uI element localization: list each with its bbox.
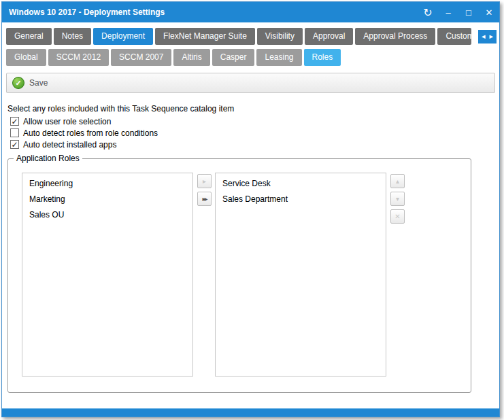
refresh-button[interactable]: ↻ <box>418 2 438 22</box>
toolbar: ✓ Save <box>6 73 495 93</box>
list-item[interactable]: Engineering <box>22 176 192 192</box>
tab-custom[interactable]: Custom <box>437 28 471 45</box>
checkbox-row: ✓Allow user role selection <box>10 116 499 127</box>
checkbox-label: Allow user role selection <box>23 117 111 126</box>
move-all-right-icon: ▸▸ <box>202 195 206 203</box>
close-icon: ✕ <box>486 7 493 18</box>
subtab-roles[interactable]: Roles <box>304 49 341 66</box>
available-roles-list[interactable]: EngineeringMarketingSales OU <box>22 173 193 377</box>
move-all-right-button[interactable]: ▸▸ <box>197 192 212 206</box>
application-roles-group: Application Roles EngineeringMarketingSa… <box>7 158 471 393</box>
tab-scroll-control[interactable]: ◂ ▸ <box>478 30 497 43</box>
move-up-button[interactable]: ▴ <box>390 174 405 188</box>
checkbox-row: ✓Auto detect installed apps <box>10 139 499 150</box>
save-check-icon: ✓ <box>12 77 24 89</box>
secondary-tabs: GlobalSCCM 2012SCCM 2007AltirisCasperLea… <box>6 49 497 66</box>
checkbox-auto-detect-installed-apps[interactable]: ✓ <box>10 140 19 149</box>
list-item[interactable]: Service Desk <box>216 176 386 192</box>
minimize-button[interactable]: – <box>438 2 458 22</box>
window-title: Windows 10 2017 - Deployment Settings <box>2 7 418 17</box>
tab-visibility[interactable]: Visibility <box>257 28 303 45</box>
list-item[interactable]: Sales Department <box>216 192 386 207</box>
window-controls: ↻ – □ ✕ <box>418 2 499 22</box>
checkbox-row: Auto detect roles from role conditions <box>10 127 499 139</box>
tab-approval[interactable]: Approval <box>305 28 353 45</box>
assigned-roles-list[interactable]: Service DeskSales Department <box>215 173 386 377</box>
tab-general[interactable]: General <box>6 28 52 45</box>
bottom-status-strip <box>2 408 499 417</box>
tab-flexnet-manager-suite[interactable]: FlexNet Manager Suite <box>155 28 255 45</box>
primary-tab-strip: GeneralNotesDeploymentFlexNet Manager Su… <box>6 28 497 45</box>
group-title: Application Roles <box>14 154 82 163</box>
move-down-button[interactable]: ▾ <box>390 192 405 206</box>
deployment-settings-window: Windows 10 2017 - Deployment Settings ↻ … <box>1 1 500 417</box>
subtab-global[interactable]: Global <box>6 49 46 66</box>
maximize-icon: □ <box>466 7 471 18</box>
instruction-text: Select any roles included with this Task… <box>7 104 499 113</box>
checkbox-label: Auto detect roles from role conditions <box>23 128 158 138</box>
checkbox-auto-detect-roles-from-role-conditions[interactable] <box>10 128 19 137</box>
subtab-altiris[interactable]: Altiris <box>173 49 209 66</box>
move-right-button[interactable]: ▸ <box>197 174 212 188</box>
subtab-sccm-2012[interactable]: SCCM 2012 <box>48 49 109 66</box>
titlebar: Windows 10 2017 - Deployment Settings ↻ … <box>2 2 499 22</box>
list-item[interactable]: Marketing <box>22 192 192 207</box>
refresh-icon: ↻ <box>423 6 432 19</box>
close-button[interactable]: ✕ <box>479 2 499 22</box>
down-icon: ▾ <box>396 195 399 203</box>
scroll-right-icon[interactable]: ▸ <box>489 32 493 41</box>
minimize-icon: – <box>446 7 450 18</box>
checkbox-group: ✓Allow user role selectionAuto detect ro… <box>10 116 499 150</box>
tab-approval-process[interactable]: Approval Process <box>355 28 435 45</box>
tab-deployment[interactable]: Deployment <box>93 28 153 45</box>
subtab-sccm-2007[interactable]: SCCM 2007 <box>111 49 171 66</box>
move-right-icon: ▸ <box>203 177 206 185</box>
primary-tabs: GeneralNotesDeploymentFlexNet Manager Su… <box>6 28 478 45</box>
list-action-buttons: ▴ ▾ ✕ <box>390 174 405 224</box>
save-button-label: Save <box>29 78 48 88</box>
save-button[interactable]: ✓ Save <box>12 77 48 89</box>
scroll-left-icon[interactable]: ◂ <box>482 32 486 41</box>
delete-button[interactable]: ✕ <box>390 209 405 224</box>
checkbox-label: Auto detect installed apps <box>23 140 116 150</box>
maximize-button[interactable]: □ <box>458 2 479 22</box>
delete-icon: ✕ <box>394 213 400 220</box>
subtab-leasing[interactable]: Leasing <box>256 49 301 66</box>
list-item[interactable]: Sales OU <box>22 207 192 223</box>
up-icon: ▴ <box>396 177 399 185</box>
subtab-casper[interactable]: Casper <box>212 49 255 66</box>
tab-notes[interactable]: Notes <box>54 28 91 45</box>
transfer-buttons: ▸ ▸▸ <box>197 174 212 206</box>
checkbox-allow-user-role-selection[interactable]: ✓ <box>10 117 19 126</box>
secondary-tab-strip: GlobalSCCM 2012SCCM 2007AltirisCasperLea… <box>6 49 497 66</box>
